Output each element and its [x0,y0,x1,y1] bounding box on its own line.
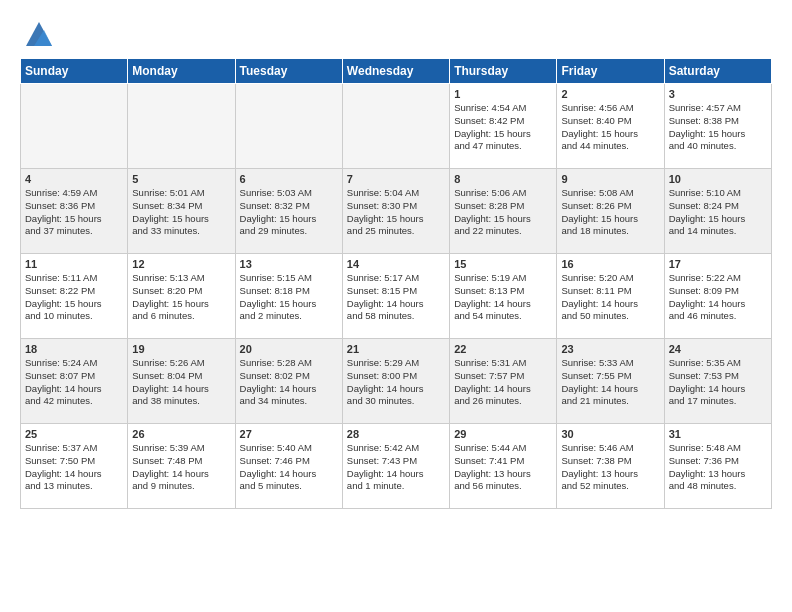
calendar-table: SundayMondayTuesdayWednesdayThursdayFrid… [20,58,772,509]
day-cell: 18Sunrise: 5:24 AM Sunset: 8:07 PM Dayli… [21,339,128,424]
day-number: 1 [454,88,552,100]
day-info: Sunrise: 5:13 AM Sunset: 8:20 PM Dayligh… [132,272,230,323]
day-number: 17 [669,258,767,270]
day-info: Sunrise: 5:03 AM Sunset: 8:32 PM Dayligh… [240,187,338,238]
day-header-saturday: Saturday [664,59,771,84]
day-cell: 23Sunrise: 5:33 AM Sunset: 7:55 PM Dayli… [557,339,664,424]
day-cell [235,84,342,169]
day-cell: 4Sunrise: 4:59 AM Sunset: 8:36 PM Daylig… [21,169,128,254]
day-info: Sunrise: 5:01 AM Sunset: 8:34 PM Dayligh… [132,187,230,238]
day-cell: 28Sunrise: 5:42 AM Sunset: 7:43 PM Dayli… [342,424,449,509]
day-number: 21 [347,343,445,355]
day-info: Sunrise: 5:17 AM Sunset: 8:15 PM Dayligh… [347,272,445,323]
day-number: 28 [347,428,445,440]
day-cell: 9Sunrise: 5:08 AM Sunset: 8:26 PM Daylig… [557,169,664,254]
logo [20,18,54,48]
calendar-header-row: SundayMondayTuesdayWednesdayThursdayFrid… [21,59,772,84]
day-info: Sunrise: 5:24 AM Sunset: 8:07 PM Dayligh… [25,357,123,408]
day-number: 16 [561,258,659,270]
day-info: Sunrise: 5:48 AM Sunset: 7:36 PM Dayligh… [669,442,767,493]
day-number: 15 [454,258,552,270]
day-cell: 13Sunrise: 5:15 AM Sunset: 8:18 PM Dayli… [235,254,342,339]
day-number: 4 [25,173,123,185]
day-number: 31 [669,428,767,440]
day-header-sunday: Sunday [21,59,128,84]
day-number: 30 [561,428,659,440]
day-cell: 25Sunrise: 5:37 AM Sunset: 7:50 PM Dayli… [21,424,128,509]
day-number: 23 [561,343,659,355]
day-info: Sunrise: 5:22 AM Sunset: 8:09 PM Dayligh… [669,272,767,323]
day-info: Sunrise: 5:26 AM Sunset: 8:04 PM Dayligh… [132,357,230,408]
day-number: 25 [25,428,123,440]
day-cell: 3Sunrise: 4:57 AM Sunset: 8:38 PM Daylig… [664,84,771,169]
day-header-wednesday: Wednesday [342,59,449,84]
day-cell: 6Sunrise: 5:03 AM Sunset: 8:32 PM Daylig… [235,169,342,254]
day-cell: 22Sunrise: 5:31 AM Sunset: 7:57 PM Dayli… [450,339,557,424]
day-cell: 21Sunrise: 5:29 AM Sunset: 8:00 PM Dayli… [342,339,449,424]
day-info: Sunrise: 4:57 AM Sunset: 8:38 PM Dayligh… [669,102,767,153]
day-cell [342,84,449,169]
day-info: Sunrise: 5:10 AM Sunset: 8:24 PM Dayligh… [669,187,767,238]
day-number: 6 [240,173,338,185]
day-cell: 16Sunrise: 5:20 AM Sunset: 8:11 PM Dayli… [557,254,664,339]
day-number: 13 [240,258,338,270]
day-cell: 17Sunrise: 5:22 AM Sunset: 8:09 PM Dayli… [664,254,771,339]
day-info: Sunrise: 5:04 AM Sunset: 8:30 PM Dayligh… [347,187,445,238]
day-info: Sunrise: 4:56 AM Sunset: 8:40 PM Dayligh… [561,102,659,153]
day-header-monday: Monday [128,59,235,84]
day-info: Sunrise: 5:15 AM Sunset: 8:18 PM Dayligh… [240,272,338,323]
day-info: Sunrise: 5:39 AM Sunset: 7:48 PM Dayligh… [132,442,230,493]
day-number: 7 [347,173,445,185]
day-number: 14 [347,258,445,270]
day-number: 12 [132,258,230,270]
day-number: 5 [132,173,230,185]
week-row-0: 1Sunrise: 4:54 AM Sunset: 8:42 PM Daylig… [21,84,772,169]
page: SundayMondayTuesdayWednesdayThursdayFrid… [0,0,792,519]
day-number: 24 [669,343,767,355]
day-number: 27 [240,428,338,440]
day-number: 29 [454,428,552,440]
day-cell: 10Sunrise: 5:10 AM Sunset: 8:24 PM Dayli… [664,169,771,254]
day-number: 18 [25,343,123,355]
day-cell: 11Sunrise: 5:11 AM Sunset: 8:22 PM Dayli… [21,254,128,339]
day-header-thursday: Thursday [450,59,557,84]
week-row-2: 11Sunrise: 5:11 AM Sunset: 8:22 PM Dayli… [21,254,772,339]
day-number: 8 [454,173,552,185]
day-cell: 20Sunrise: 5:28 AM Sunset: 8:02 PM Dayli… [235,339,342,424]
day-number: 11 [25,258,123,270]
day-info: Sunrise: 4:54 AM Sunset: 8:42 PM Dayligh… [454,102,552,153]
day-cell: 29Sunrise: 5:44 AM Sunset: 7:41 PM Dayli… [450,424,557,509]
day-cell: 12Sunrise: 5:13 AM Sunset: 8:20 PM Dayli… [128,254,235,339]
day-header-friday: Friday [557,59,664,84]
day-number: 19 [132,343,230,355]
day-info: Sunrise: 5:42 AM Sunset: 7:43 PM Dayligh… [347,442,445,493]
day-info: Sunrise: 5:35 AM Sunset: 7:53 PM Dayligh… [669,357,767,408]
day-info: Sunrise: 5:06 AM Sunset: 8:28 PM Dayligh… [454,187,552,238]
day-info: Sunrise: 4:59 AM Sunset: 8:36 PM Dayligh… [25,187,123,238]
day-cell: 7Sunrise: 5:04 AM Sunset: 8:30 PM Daylig… [342,169,449,254]
day-cell: 2Sunrise: 4:56 AM Sunset: 8:40 PM Daylig… [557,84,664,169]
day-info: Sunrise: 5:40 AM Sunset: 7:46 PM Dayligh… [240,442,338,493]
day-cell: 14Sunrise: 5:17 AM Sunset: 8:15 PM Dayli… [342,254,449,339]
day-cell: 19Sunrise: 5:26 AM Sunset: 8:04 PM Dayli… [128,339,235,424]
day-number: 20 [240,343,338,355]
day-info: Sunrise: 5:44 AM Sunset: 7:41 PM Dayligh… [454,442,552,493]
day-info: Sunrise: 5:46 AM Sunset: 7:38 PM Dayligh… [561,442,659,493]
day-cell: 8Sunrise: 5:06 AM Sunset: 8:28 PM Daylig… [450,169,557,254]
header [20,18,772,48]
day-info: Sunrise: 5:11 AM Sunset: 8:22 PM Dayligh… [25,272,123,323]
week-row-4: 25Sunrise: 5:37 AM Sunset: 7:50 PM Dayli… [21,424,772,509]
day-info: Sunrise: 5:29 AM Sunset: 8:00 PM Dayligh… [347,357,445,408]
day-header-tuesday: Tuesday [235,59,342,84]
day-cell [21,84,128,169]
logo-icon [24,18,54,48]
day-info: Sunrise: 5:33 AM Sunset: 7:55 PM Dayligh… [561,357,659,408]
day-info: Sunrise: 5:20 AM Sunset: 8:11 PM Dayligh… [561,272,659,323]
day-info: Sunrise: 5:37 AM Sunset: 7:50 PM Dayligh… [25,442,123,493]
week-row-3: 18Sunrise: 5:24 AM Sunset: 8:07 PM Dayli… [21,339,772,424]
day-cell: 1Sunrise: 4:54 AM Sunset: 8:42 PM Daylig… [450,84,557,169]
day-info: Sunrise: 5:08 AM Sunset: 8:26 PM Dayligh… [561,187,659,238]
day-info: Sunrise: 5:19 AM Sunset: 8:13 PM Dayligh… [454,272,552,323]
day-number: 10 [669,173,767,185]
day-cell: 26Sunrise: 5:39 AM Sunset: 7:48 PM Dayli… [128,424,235,509]
